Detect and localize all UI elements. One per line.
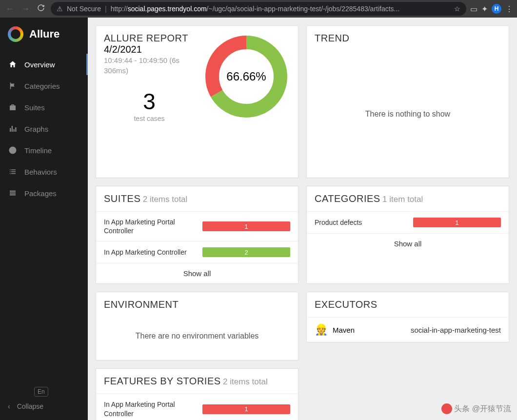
count-bar: 2 [202,247,290,257]
watermark-icon [441,403,452,414]
suites-showall[interactable]: Show all [96,263,298,283]
suites-title: SUITES [104,193,140,204]
executor-row[interactable]: 👷Mavensocial-in-app-marketing-test [307,317,509,342]
suite-row[interactable]: In App Marketing Portal Controller1 [96,211,298,241]
features-subtitle: 2 items total [223,377,268,386]
features-card: FEATURES BY STORIES 2 items total In App… [96,368,298,420]
trend-title: TREND [315,33,349,43]
layers-icon [8,188,18,198]
clock-icon [8,145,18,155]
categories-showall[interactable]: Show all [307,233,509,254]
trend-card: TREND There is nothing to show [306,25,509,178]
executor-link[interactable]: social-in-app-marketing-test [411,326,501,334]
main-content: ALLURE REPORT 4/2/2021 10:49:44 - 10:49:… [88,18,517,420]
feature-row[interactable]: In App Marketing Portal Controller1 [96,394,298,420]
row-label: In App Marketing Portal Controller [104,218,197,235]
count-bar: 1 [202,221,290,231]
donut-percent: 66.66% [202,33,290,120]
extension-icon[interactable]: ▭ [470,4,477,14]
categories-subtitle: 1 item total [382,195,423,204]
nav-item-categories[interactable]: Categories [0,75,88,97]
briefcase-icon [8,102,18,112]
language-chip[interactable]: En [34,387,48,397]
suites-card: SUITES 2 items total In App Marketing Po… [96,186,298,284]
test-count: 3 [104,88,195,115]
reload-icon [37,4,45,14]
nav-item-overview[interactable]: Overview [0,54,88,75]
allure-logo-icon [8,26,23,42]
suites-subtitle: 2 items total [143,195,188,204]
nav-label: Behaviors [24,168,57,176]
home-icon [8,60,18,69]
category-row[interactable]: Product defects1 [307,211,509,233]
sidebar: Allure OverviewCategoriesSuitesGraphsTim… [0,18,88,420]
nav-label: Packages [24,189,57,198]
categories-card: CATEGORIES 1 item total Product defects1… [306,186,509,284]
collapse-button[interactable]: ‹ Collapse [8,402,80,410]
forward-button[interactable]: → [20,4,31,14]
report-time-range: 10:49:44 - 10:49:50 (6s 306ms) [104,55,195,76]
trend-empty: There is nothing to show [307,51,509,178]
row-label: In App Marketing Controller [104,248,197,257]
profile-avatar[interactable]: H [492,4,501,14]
result-donut-chart: 66.66% [202,33,290,120]
chevron-left-icon: ‹ [8,402,10,410]
environment-empty: There are no environment variables [96,317,298,360]
environment-title: ENVIRONMENT [104,299,179,310]
nav-item-packages[interactable]: Packages [0,182,88,204]
hardhat-icon: 👷 [315,323,328,336]
menu-icon[interactable]: ⋮ [505,4,513,14]
executors-card: EXECUTORS 👷Mavensocial-in-app-marketing-… [306,292,509,342]
nav-item-graphs[interactable]: Graphs [0,118,88,140]
count-bar: 1 [413,218,501,227]
nav-label: Suites [24,103,45,112]
nav-item-suites[interactable]: Suites [0,97,88,118]
security-label: Not Secure [67,5,101,13]
extensions-puzzle-icon[interactable]: ✦ [481,4,488,14]
bars-icon [8,124,18,134]
nav-label: Categories [24,82,60,90]
warning-icon: ⚠ [57,5,63,13]
suite-row[interactable]: In App Marketing Controller2 [96,241,298,263]
row-label: In App Marketing Portal Controller [104,400,197,418]
environment-card: ENVIRONMENT There are no environment var… [96,292,298,360]
report-date: 4/2/2021 [104,44,195,55]
nav-item-timeline[interactable]: Timeline [0,140,88,161]
executors-title: EXECUTORS [315,299,378,310]
nav-item-behaviors[interactable]: Behaviors [0,161,88,182]
nav-label: Graphs [24,125,48,133]
star-icon[interactable]: ☆ [454,5,460,13]
summary-card: ALLURE REPORT 4/2/2021 10:49:44 - 10:49:… [96,25,298,178]
list-icon [8,167,18,177]
browser-toolbar: ← → ⚠ Not Secure | http://social.pages.t… [0,0,517,18]
row-label: Product defects [315,218,407,227]
nav-label: Overview [24,60,55,69]
flag-icon [8,81,18,91]
back-button[interactable]: ← [4,4,16,14]
reload-button[interactable] [35,4,47,14]
url-text: http://social.pages.trendyol.com/~/ugc/q… [111,5,450,13]
test-count-label: test cases [104,115,195,122]
brand-row[interactable]: Allure [0,18,88,54]
categories-title: CATEGORIES [315,193,380,204]
url-bar[interactable]: ⚠ Not Secure | http://social.pages.trend… [51,2,466,16]
count-bar: 1 [202,404,290,414]
collapse-label: Collapse [17,402,43,410]
report-title: ALLURE REPORT [104,33,195,44]
executor-name: Maven [333,326,406,334]
watermark: 头条 @开猿节流 [441,403,511,414]
features-title: FEATURES BY STORIES [104,376,221,386]
brand-name: Allure [29,28,60,40]
nav-label: Timeline [24,146,52,155]
